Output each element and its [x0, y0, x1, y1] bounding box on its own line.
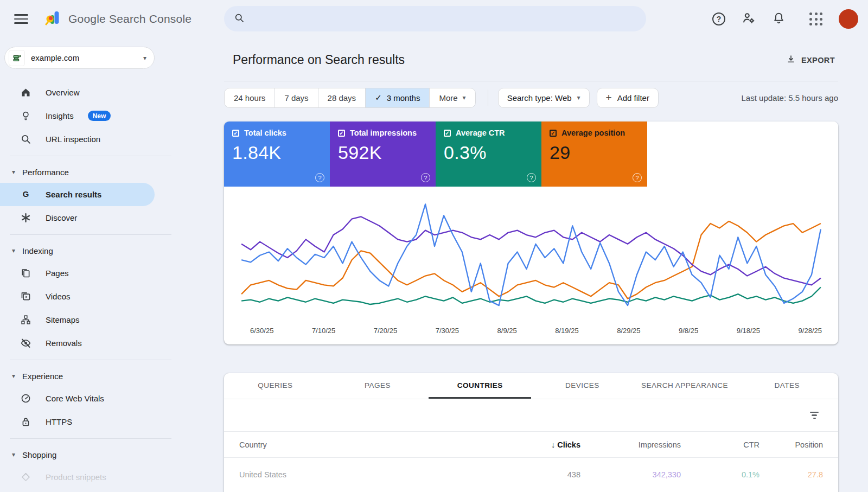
- section-performance[interactable]: ▾ Performance: [0, 161, 184, 183]
- check-icon: ✓: [375, 93, 382, 103]
- video-library-icon: [20, 291, 31, 302]
- divider: [224, 81, 838, 81]
- account-avatar[interactable]: [839, 9, 858, 29]
- page-title: Performance on Search results: [233, 53, 405, 67]
- tab-dates[interactable]: DATES: [736, 373, 838, 399]
- divider: [10, 438, 171, 439]
- help-icon[interactable]: ?: [712, 12, 725, 25]
- help-icon[interactable]: ?: [527, 173, 536, 182]
- section-indexing[interactable]: ▾ Indexing: [0, 240, 184, 261]
- x-axis-label: 7/10/25: [312, 327, 335, 335]
- property-name: example.com: [31, 53, 143, 62]
- tab-devices[interactable]: DEVICES: [531, 373, 634, 399]
- caret-down-icon: ▾: [12, 247, 15, 254]
- sidebar-item-core-web-vitals[interactable]: Core Web Vitals: [0, 387, 184, 410]
- pages-copy-icon: [20, 267, 31, 279]
- sidebar-item-discover[interactable]: Discover: [0, 206, 184, 229]
- average-position-tile[interactable]: ✓ Average position 29 ?: [541, 122, 647, 187]
- sidebar-item-removals[interactable]: Removals: [0, 331, 184, 355]
- table-toolbar: [224, 399, 838, 432]
- caret-down-icon: ▾: [12, 168, 15, 176]
- total-clicks-tile[interactable]: ✓ Total clicks 1.84K ?: [224, 122, 330, 187]
- checkbox-checked-icon[interactable]: ✓: [550, 130, 557, 137]
- notifications-bell-icon[interactable]: [772, 11, 786, 27]
- caret-down-icon: ▾: [12, 372, 15, 380]
- tab-search-appearance[interactable]: SEARCH APPEARANCE: [634, 373, 736, 399]
- help-icon[interactable]: ?: [633, 173, 642, 182]
- table-header-row: Country ↓Clicks Impressions CTR Position: [224, 432, 838, 458]
- caret-down-icon: ▾: [577, 94, 580, 101]
- chevron-down-icon: ▾: [143, 54, 146, 62]
- add-filter-button[interactable]: + Add filter: [597, 88, 659, 108]
- sidebar-item-url-inspection[interactable]: URL inspection: [0, 127, 184, 151]
- search-type-dropdown[interactable]: Search type: Web ▾: [498, 88, 590, 108]
- x-axis-label: 8/19/25: [555, 327, 578, 335]
- google-apps-icon[interactable]: [809, 12, 822, 25]
- column-ctr[interactable]: CTR: [681, 440, 760, 449]
- sort-descending-icon: ↓: [551, 440, 555, 449]
- column-country[interactable]: Country: [224, 440, 499, 449]
- average-ctr-tile[interactable]: ✓ Average CTR 0.3% ?: [436, 122, 541, 187]
- google-g-icon: G: [20, 189, 31, 200]
- column-clicks-sorted[interactable]: ↓Clicks: [499, 440, 580, 449]
- table-filter-icon[interactable]: [807, 408, 822, 423]
- sidebar-item-https[interactable]: HTTPS: [0, 410, 184, 433]
- x-axis-label: 6/30/25: [250, 327, 273, 335]
- tiles-spacer: [647, 122, 838, 187]
- x-axis-label: 8/29/25: [617, 327, 640, 335]
- x-axis-label: 7/20/25: [374, 327, 397, 335]
- sidebar-item-search-results[interactable]: G Search results: [0, 183, 155, 206]
- main-content: Performance on Search results EXPORT 24 …: [224, 38, 838, 492]
- x-axis-label: 7/30/25: [436, 327, 459, 335]
- checkbox-checked-icon[interactable]: ✓: [338, 130, 345, 137]
- tab-pages[interactable]: PAGES: [327, 373, 429, 399]
- sidebar-item-pages[interactable]: Pages: [0, 261, 184, 285]
- plus-icon: +: [606, 92, 612, 104]
- sidebar-item-sitemaps[interactable]: Sitemaps: [0, 308, 184, 331]
- app-title: Google Search Console: [68, 12, 192, 25]
- eye-off-icon: [20, 337, 31, 349]
- row-country-value[interactable]: United States: [224, 470, 499, 479]
- table-row[interactable]: United States 438 342,330 0.1% 27.8: [224, 458, 838, 491]
- column-impressions[interactable]: Impressions: [580, 440, 681, 449]
- section-shopping[interactable]: ▾ Shopping: [0, 444, 184, 465]
- range-24-hours[interactable]: 24 hours: [225, 88, 275, 107]
- column-position[interactable]: Position: [760, 440, 838, 449]
- global-search[interactable]: [224, 6, 646, 31]
- tab-countries[interactable]: COUNTRIES: [429, 373, 531, 399]
- property-selector[interactable]: example.com ▾: [4, 47, 155, 69]
- help-icon[interactable]: ?: [315, 173, 324, 182]
- section-experience[interactable]: ▾ Experience: [0, 365, 184, 387]
- checkbox-checked-icon[interactable]: ✓: [232, 130, 239, 137]
- sidebar-item-videos[interactable]: Videos: [0, 285, 184, 308]
- search-console-logo-icon: [43, 9, 62, 29]
- diamond-icon: [20, 471, 31, 483]
- caret-down-icon: ▾: [463, 94, 466, 101]
- sidebar-item-overview[interactable]: Overview: [0, 81, 184, 104]
- tab-queries[interactable]: QUERIES: [224, 373, 327, 399]
- chart-line-position: [241, 221, 821, 299]
- range-7-days[interactable]: 7 days: [275, 88, 318, 107]
- range-more[interactable]: More ▾: [430, 88, 475, 107]
- range-28-days[interactable]: 28 days: [318, 88, 366, 107]
- average-position-value: 29: [550, 142, 639, 163]
- range-3-months[interactable]: ✓ 3 months: [366, 88, 430, 107]
- discover-asterisk-icon: [20, 212, 31, 223]
- x-axis-label: 9/18/25: [737, 327, 760, 335]
- sidebar-item-product-snippets[interactable]: Product snippets: [0, 465, 184, 489]
- user-settings-icon[interactable]: [742, 11, 756, 27]
- menu-icon[interactable]: [14, 14, 28, 24]
- total-impressions-tile[interactable]: ✓ Total impressions 592K ?: [330, 122, 436, 187]
- new-badge: New: [88, 111, 111, 121]
- sidebar-item-insights[interactable]: Insights New: [0, 104, 184, 127]
- search-input[interactable]: [251, 6, 646, 31]
- property-icon: [9, 50, 24, 66]
- checkbox-checked-icon[interactable]: ✓: [444, 130, 451, 137]
- help-icon[interactable]: ?: [421, 173, 430, 182]
- search-icon: [234, 12, 245, 25]
- last-update-text: Last update: 5.5 hours ago: [742, 93, 838, 103]
- average-ctr-value: 0.3%: [444, 142, 533, 163]
- caret-down-icon: ▾: [12, 451, 15, 458]
- app-logo[interactable]: Google Search Console: [43, 9, 192, 29]
- export-button[interactable]: EXPORT: [784, 51, 837, 69]
